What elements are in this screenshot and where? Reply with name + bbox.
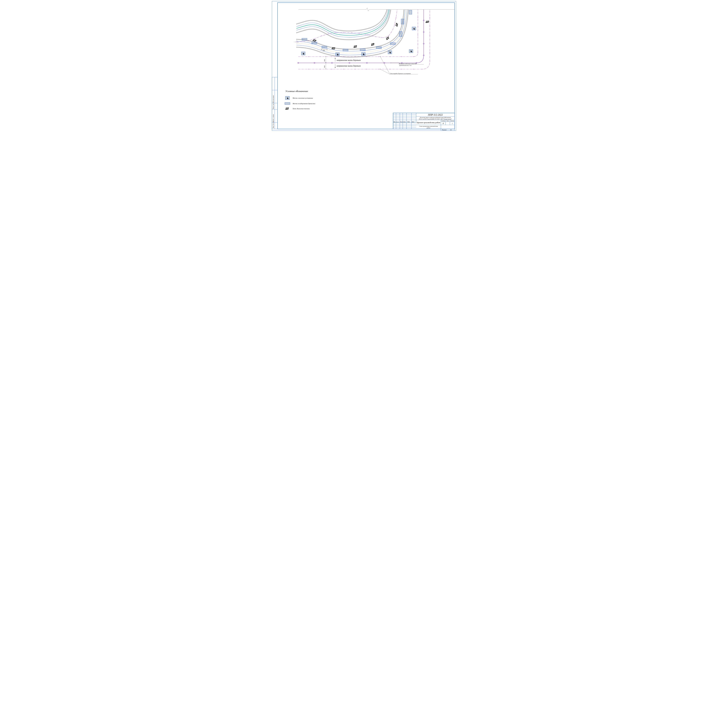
title-block: Изм. Кол.уч Лист №док. Подп. Дата ППР-3/…	[393, 113, 454, 129]
double-arrow-icon	[285, 107, 289, 110]
svg-rect-20	[390, 43, 395, 45]
dim-5000-2: 5000	[324, 66, 325, 68]
rev-col-1: Кол.уч	[396, 121, 399, 122]
format-value: А2	[450, 129, 452, 131]
overhead-cable-line	[298, 9, 424, 63]
leader-cable: Воздушно-кабельная линия 6кВ протяженнос…	[391, 63, 424, 66]
svg-rect-8	[302, 38, 307, 40]
format-label: Формат	[442, 129, 447, 131]
movement-arrows	[312, 20, 429, 50]
legend-heading: Условные обозначения:	[285, 90, 308, 92]
railway-bed	[297, 9, 391, 40]
title-line-1: Расчистка трассы кабельно-воздушной лини…	[420, 117, 451, 118]
outer-border	[272, 1, 456, 131]
side-stamp: Инв. № подл. Подп. и дата Взам. инв. № С…	[272, 77, 277, 129]
legend-movement: Путь движения техники	[292, 108, 310, 110]
stage-label: Стадия	[441, 120, 445, 122]
felling-dir-upper: направление валки деревьев	[336, 59, 361, 61]
sheets-value: 1	[452, 122, 453, 124]
cable-label-2: протяженность 1 км	[399, 65, 411, 66]
subtitle-2: работ	[427, 127, 430, 128]
svg-rect-10	[312, 42, 317, 44]
doc-code: ППР-3/2-2022	[428, 113, 443, 116]
rev-col-0: Изм.	[393, 121, 396, 122]
felling-dir-lower: направление валки деревьев	[336, 65, 361, 67]
burn-4	[388, 50, 392, 54]
subtitle-1: Схема организации производства	[419, 125, 438, 127]
svg-rect-24	[401, 19, 404, 24]
svg-rect-22	[399, 31, 402, 37]
svg-rect-16	[360, 49, 365, 51]
svg-rect-14	[343, 49, 348, 51]
cable-label-1: Воздушно-кабельная линия 6кВ	[399, 63, 416, 64]
side-label-sogl: Согласовано	[272, 95, 274, 102]
drawing-svg: Инв. № подл. Подп. и дата Взам. инв. № С…	[271, 0, 457, 132]
rev-col-5: Дата	[411, 121, 414, 122]
burn-2	[336, 53, 340, 56]
svg-rect-18	[376, 47, 381, 49]
svg-rect-12	[322, 46, 327, 48]
dim-5000-1: 5000	[324, 59, 325, 61]
side-label-vzam: Взам. инв. №	[272, 102, 274, 109]
burn-1	[301, 52, 305, 55]
project-name: Проект производства работ	[416, 121, 440, 124]
plan-view: направление валки деревьев направление в…	[293, 8, 454, 74]
burn-6	[412, 27, 416, 30]
drawing-sheet: Инв. № подл. Подп. и дата Взам. инв. № С…	[271, 0, 457, 132]
stage-value: П	[442, 122, 444, 124]
svg-rect-26	[409, 10, 412, 14]
title-line-2: РП-21 от РП-19 инв.№34048 ЭУ-4 ЦЭС. ОАО …	[419, 119, 452, 120]
sheet-label: Лист	[446, 120, 449, 122]
blue-corridor	[297, 9, 408, 57]
dimensions: 4000 5000 5000	[321, 49, 327, 69]
svg-line-51	[380, 69, 390, 74]
rev-col-3: №док.	[403, 121, 406, 122]
burn-5	[409, 49, 413, 53]
leader-zone: Зона вырубки деревьев и кустарника	[380, 57, 418, 74]
side-label-inv: Инв. № подл.	[272, 121, 274, 128]
dim-4000: 4000	[323, 50, 325, 51]
svg-line-50	[380, 57, 390, 74]
rev-col-2: Лист	[400, 121, 402, 122]
legend-storage: Места складирования древесины	[292, 102, 315, 104]
legend: Условные обозначения: Места сжигания кус…	[285, 90, 315, 110]
rev-col-4: Подп.	[407, 121, 410, 122]
zone-boundary-south	[298, 9, 430, 69]
burning-sites	[301, 27, 416, 56]
zone-boundary-upper	[296, 9, 397, 42]
break-line	[298, 8, 454, 11]
zone-label: Зона вырубки деревьев и кустарника	[390, 73, 411, 74]
burn-3	[361, 52, 365, 56]
side-label-podp: Подп. и дата	[272, 114, 274, 122]
sheets-label: Листов	[450, 120, 454, 122]
svg-rect-55	[285, 102, 290, 104]
legend-burning: Места сжигания кустарника	[292, 97, 313, 99]
